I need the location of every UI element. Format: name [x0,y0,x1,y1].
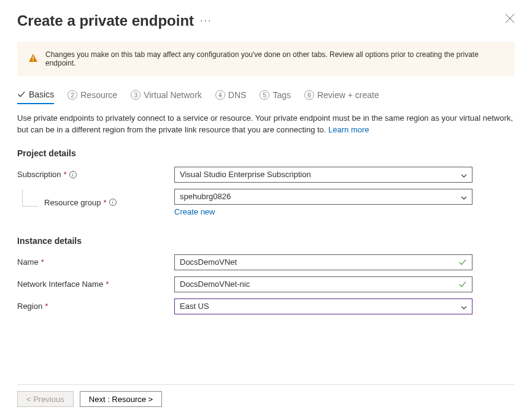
nic-name-label: Network Interface Name [17,279,103,289]
tab-dns[interactable]: 4 DNS [215,89,247,104]
close-icon [505,16,515,25]
subscription-label: Subscription [17,170,61,179]
page-title: Create a private endpoint [17,12,194,29]
tab-virtual-network[interactable]: 3 Virtual Network [131,89,202,104]
close-button[interactable] [505,13,515,23]
tab-tags[interactable]: 5 Tags [260,89,291,104]
required-indicator: * [64,170,67,179]
tab-label: Virtual Network [144,90,202,100]
step-number: 4 [215,90,225,100]
info-icon[interactable]: i [109,199,117,206]
region-value: East US [180,302,209,311]
required-indicator: * [45,302,48,311]
warning-icon [28,53,38,65]
create-new-link[interactable]: Create new [174,207,215,216]
name-value: DocsDemoVNet [180,257,237,267]
region-select[interactable]: East US [174,298,472,314]
info-icon[interactable]: i [69,171,77,178]
tab-label: DNS [228,90,247,100]
chevron-down-icon [461,194,467,200]
more-actions[interactable]: ··· [200,15,212,26]
chevron-down-icon [461,303,467,310]
svg-rect-2 [33,56,33,59]
resource-group-value: spehubrg0826 [180,192,231,201]
checkmark-icon [17,90,26,99]
warning-banner: Changes you make on this tab may affect … [17,42,515,76]
nic-name-input[interactable]: DocsDemoVNet-nic [174,276,472,292]
name-input[interactable]: DocsDemoVNet [174,254,472,270]
region-label: Region [17,302,42,311]
warning-text: Changes you make on this tab may affect … [45,50,504,67]
required-indicator: * [104,198,107,207]
tab-label: Tags [272,90,291,100]
tab-label: Basics [29,89,54,99]
resource-group-label: Resource group [44,198,101,207]
footer-divider [17,384,515,385]
required-indicator: * [41,257,44,267]
tab-basics[interactable]: Basics [17,89,54,104]
step-number: 2 [67,90,77,100]
subscription-value: Visual Studio Enterprise Subscription [180,170,311,179]
tab-review-create[interactable]: 6 Review + create [304,89,379,104]
description-text: Use private endpoints to privately conne… [17,113,515,136]
check-icon [458,258,467,267]
previous-button: < Previous [17,391,74,407]
step-number: 3 [131,90,141,100]
check-icon [458,280,467,289]
required-indicator: * [106,279,109,289]
nic-name-value: DocsDemoVNet-nic [180,279,250,289]
step-number: 6 [304,90,314,100]
step-number: 5 [260,90,269,100]
next-button[interactable]: Next : Resource > [80,391,162,407]
section-project-details: Project details [17,148,515,158]
learn-more-link[interactable]: Learn more [328,125,369,134]
indent-line [22,189,38,207]
section-instance-details: Instance details [17,236,515,246]
svg-rect-3 [33,60,33,61]
tab-resource[interactable]: 2 Resource [67,89,117,104]
chevron-down-icon [461,172,467,178]
wizard-tabs: Basics 2 Resource 3 Virtual Network 4 DN… [17,89,515,104]
name-label: Name [17,257,39,267]
resource-group-select[interactable]: spehubrg0826 [174,189,472,205]
tab-label: Resource [80,90,117,100]
tab-label: Review + create [317,90,379,100]
subscription-select[interactable]: Visual Studio Enterprise Subscription [174,167,472,183]
